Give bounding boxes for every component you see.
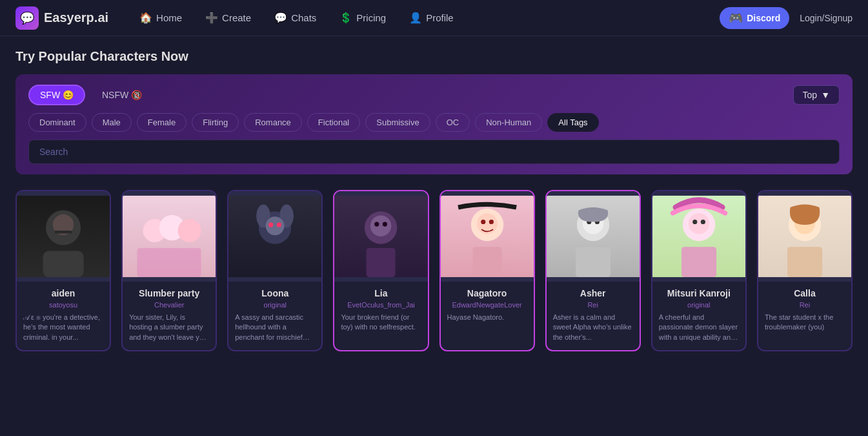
svg-point-8: [178, 219, 201, 242]
svg-point-20: [370, 216, 391, 236]
brand-name: Easyerp.ai: [44, 10, 108, 25]
tag-btn-female[interactable]: Female: [137, 113, 187, 132]
char-info-lia: Lia EvetOculus_from_Jai Your broken frie…: [334, 282, 427, 340]
brand-logo[interactable]: 💬 Easyerp.ai: [15, 6, 108, 30]
svg-rect-2: [43, 251, 84, 278]
tag-btn-flirting[interactable]: Flirting: [192, 113, 239, 132]
mode-buttons: SFW 😊NSFW 🔞: [28, 85, 154, 105]
svg-point-38: [689, 213, 709, 234]
svg-rect-19: [367, 248, 396, 277]
discord-label: Discord: [747, 13, 780, 23]
char-card-lia[interactable]: Lia EvetOculus_from_Jai Your broken frie…: [333, 190, 429, 351]
svg-point-28: [489, 220, 493, 224]
mode-btn-nsfw[interactable]: NSFW 🔞: [90, 85, 154, 105]
char-info-mitsuri-kanroji: Mitsuri Kanroji original A cheerful and …: [652, 282, 745, 350]
login-signup-link[interactable]: Login/Signup: [800, 13, 853, 23]
nav-link-home[interactable]: 🏠Home: [129, 6, 192, 29]
nav-links: 🏠Home➕Create💬Chats💲Pricing👤Profile: [129, 6, 714, 29]
svg-point-27: [481, 220, 485, 224]
tag-btn-male[interactable]: Male: [92, 113, 132, 132]
char-info-asher: Asher Rei Asher is a calm and sweet Alph…: [547, 282, 640, 350]
discord-badge[interactable]: 🎮 Discord: [720, 7, 789, 29]
char-name-loona: Loona: [235, 288, 315, 298]
tag-btn-dominant[interactable]: Dominant: [28, 113, 86, 132]
char-card-aiden[interactable]: aiden satoyosu 𝒜 ε ※ you're a detective,…: [15, 190, 111, 351]
tag-btn-oc[interactable]: OC: [436, 113, 470, 132]
nav-link-label-pricing: Pricing: [356, 12, 386, 23]
svg-point-40: [701, 220, 705, 224]
char-image-asher: [547, 191, 640, 282]
svg-rect-25: [472, 247, 501, 277]
chats-icon: 💬: [274, 12, 287, 24]
svg-rect-9: [137, 248, 201, 277]
char-image-mitsuri-kanroji: [652, 191, 745, 282]
tag-btn-non-human[interactable]: Non-Human: [475, 113, 542, 132]
char-name-mitsuri-kanroji: Mitsuri Kanroji: [659, 288, 739, 298]
nav-link-label-chats: Chats: [291, 12, 316, 23]
char-desc-asher: Asher is a calm and sweet Alpha who's un…: [553, 313, 633, 342]
profile-icon: 👤: [409, 12, 422, 24]
nav-right: 🎮 Discord Login/Signup: [720, 7, 853, 29]
svg-rect-31: [576, 247, 611, 277]
char-name-nagatoro: Nagatoro: [447, 288, 527, 298]
svg-point-22: [383, 222, 387, 226]
char-image-calla: [758, 191, 851, 282]
char-name-aiden: aiden: [23, 288, 103, 298]
char-creator-mitsuri-kanroji: original: [659, 301, 739, 309]
pricing-icon: 💲: [339, 12, 352, 24]
char-info-aiden: aiden satoyosu 𝒜 ε ※ you're a detective,…: [17, 282, 110, 350]
char-name-asher: Asher: [553, 288, 633, 298]
mode-btn-sfw[interactable]: SFW 😊: [28, 85, 85, 105]
char-name-calla: Calla: [765, 288, 845, 298]
characters-grid: aiden satoyosu 𝒜 ε ※ you're a detective,…: [15, 190, 853, 351]
filter-tags: DominantMaleFemaleFlirtingRomanceFiction…: [28, 113, 840, 132]
char-desc-mitsuri-kanroji: A cheerful and passionate demon slayer w…: [659, 313, 739, 342]
home-icon: 🏠: [139, 12, 152, 24]
logo-icon: 💬: [15, 6, 39, 30]
svg-point-14: [266, 216, 285, 235]
char-info-loona: Loona original A sassy and sarcastic hel…: [228, 282, 321, 350]
svg-point-21: [375, 222, 379, 226]
char-creator-lia: EvetOculus_from_Jai: [341, 301, 421, 309]
char-creator-asher: Rei: [553, 301, 633, 309]
svg-point-15: [268, 222, 273, 227]
char-card-mitsuri-kanroji[interactable]: Mitsuri Kanroji original A cheerful and …: [651, 190, 747, 351]
char-desc-loona: A sassy and sarcastic hellhound with a p…: [235, 313, 315, 342]
char-info-calla: Calla Rei The star student x the trouble…: [758, 282, 851, 340]
nav-link-profile[interactable]: 👤Profile: [399, 6, 464, 29]
sort-label: Top: [803, 90, 818, 100]
char-image-aiden: [17, 191, 110, 282]
char-desc-lia: Your broken friend (or toy) with no self…: [341, 313, 421, 333]
search-input[interactable]: [28, 140, 840, 164]
svg-rect-43: [787, 247, 822, 277]
char-name-lia: Lia: [341, 288, 421, 298]
sort-dropdown[interactable]: Top ▼: [793, 85, 840, 105]
create-icon: ➕: [205, 12, 218, 24]
page-title: Try Popular Characters Now: [15, 49, 853, 64]
chevron-down-icon: ▼: [821, 90, 830, 100]
char-card-nagatoro[interactable]: Nagatoro EdwardNewgateLover Hayase Nagat…: [439, 190, 535, 351]
tag-btn-fictional[interactable]: Fictional: [307, 113, 360, 132]
tag-btn-romance[interactable]: Romance: [244, 113, 302, 132]
char-desc-calla: The star student x the troublemaker (you…: [765, 313, 845, 333]
char-image-slumber-party: [123, 191, 216, 282]
char-desc-aiden: 𝒜 ε ※ you're a detective, he's the most …: [23, 313, 103, 342]
nav-link-create[interactable]: ➕Create: [195, 6, 261, 29]
svg-rect-37: [681, 247, 716, 277]
char-card-slumber-party[interactable]: Slumber party Chevalier Your sister, Lil…: [121, 190, 217, 351]
char-desc-slumber-party: Your sister, Lily, is hosting a slumber …: [129, 313, 209, 342]
char-card-asher[interactable]: Asher Rei Asher is a calm and sweet Alph…: [545, 190, 641, 351]
char-card-calla[interactable]: Calla Rei The star student x the trouble…: [757, 190, 853, 351]
char-image-loona: [228, 191, 321, 282]
char-creator-loona: original: [235, 301, 315, 309]
svg-rect-4: [55, 231, 72, 234]
char-info-slumber-party: Slumber party Chevalier Your sister, Lil…: [123, 282, 216, 350]
nav-link-pricing[interactable]: 💲Pricing: [329, 6, 396, 29]
char-info-nagatoro: Nagatoro EdwardNewgateLover Hayase Nagat…: [441, 282, 534, 330]
tag-btn-all-tags[interactable]: All Tags: [547, 113, 598, 132]
nav-link-chats[interactable]: 💬Chats: [264, 6, 327, 29]
nav-link-label-profile: Profile: [426, 12, 454, 23]
char-card-loona[interactable]: Loona original A sassy and sarcastic hel…: [227, 190, 323, 351]
nav-link-label-home: Home: [156, 12, 182, 23]
tag-btn-submissive[interactable]: Submissive: [365, 113, 430, 132]
